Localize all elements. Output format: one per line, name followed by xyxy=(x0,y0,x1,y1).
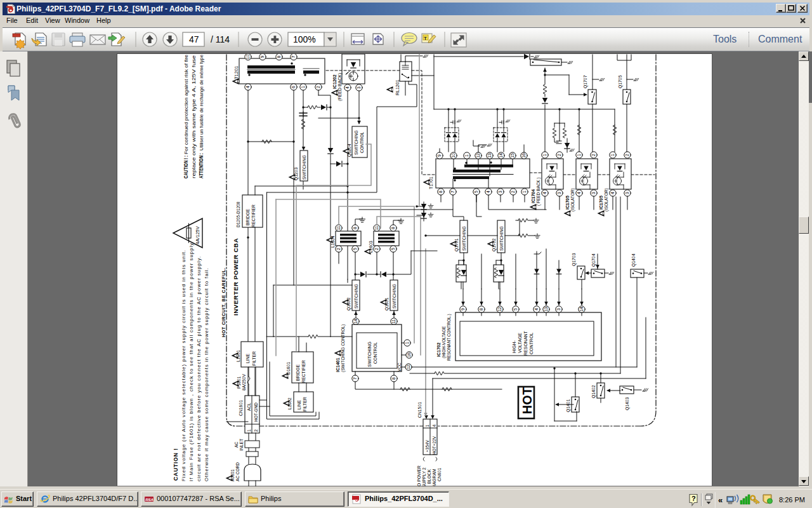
svg-text:Q1707: Q1707 xyxy=(583,75,588,88)
svg-text:BRIDGE: BRIDGE xyxy=(296,364,300,381)
svg-text:13: 13 xyxy=(544,307,548,312)
svg-text:16: 16 xyxy=(407,352,411,358)
svg-text:SWITCHING: SWITCHING xyxy=(354,284,358,309)
svg-text:(ISOLATOR): (ISOLATOR) xyxy=(604,188,609,211)
svg-text:11: 11 xyxy=(336,225,341,230)
svg-text:BLOCK: BLOCK xyxy=(427,469,431,484)
svg-text:3: 3 xyxy=(557,192,561,194)
svg-text:9: 9 xyxy=(437,154,442,157)
svg-text:3: 3 xyxy=(625,192,629,194)
svg-text:D1205-D1208: D1205-D1208 xyxy=(236,201,240,227)
svg-text:4: 4 xyxy=(345,86,350,89)
svg-text:1: 1 xyxy=(425,425,429,427)
svg-text:LINE: LINE xyxy=(297,399,301,410)
svg-text:HIGH-: HIGH- xyxy=(512,340,516,354)
svg-text:CN601: CN601 xyxy=(437,468,442,481)
svg-text:RESONANT CONTROL.): RESONANT CONTROL.) xyxy=(447,314,452,361)
svg-text:DIAGRAM: DIAGRAM xyxy=(432,469,436,486)
svg-text:INVERTER POWER CBA: INVERTER POWER CBA xyxy=(232,238,239,316)
svg-text:14: 14 xyxy=(353,319,358,324)
svg-text:CONTROL: CONTROL xyxy=(360,132,364,153)
svg-text:( FEED BACK ): ( FEED BACK ) xyxy=(536,177,541,206)
svg-text:16: 16 xyxy=(521,153,526,158)
svg-text:SWITCHING: SWITCHING xyxy=(392,284,396,309)
svg-text:7: 7 xyxy=(450,190,455,193)
svg-text:SWITCHING: SWITCHING xyxy=(354,130,358,155)
svg-text:(SWITCHING CONTROL): (SWITCHING CONTROL) xyxy=(341,324,346,372)
svg-text:1: 1 xyxy=(464,154,469,157)
svg-text:Q1705: Q1705 xyxy=(618,75,623,88)
svg-text:+354V: +354V xyxy=(425,439,429,452)
svg-text:2: 2 xyxy=(336,248,341,250)
svg-text:5: 5 xyxy=(353,248,357,250)
svg-text:Q1404: Q1404 xyxy=(631,253,636,267)
svg-text:14: 14 xyxy=(579,307,584,312)
svg-text:(FEED BACK): (FEED BACK) xyxy=(337,73,343,101)
svg-text:6: 6 xyxy=(291,86,296,88)
svg-text:/ 114: / 114 xyxy=(211,34,230,44)
svg-text:IC1705: IC1705 xyxy=(565,196,570,210)
svg-text:9: 9 xyxy=(461,308,465,311)
svg-text:HOT CIRCUIT, BE CAREFUL.: HOT CIRCUIT, BE CAREFUL. xyxy=(221,267,226,337)
svg-text:1: 1 xyxy=(301,86,305,88)
svg-text:Q1703: Q1703 xyxy=(572,253,577,266)
svg-text:3: 3 xyxy=(591,192,596,194)
svg-text:3: 3 xyxy=(556,308,561,311)
svg-text:4: 4 xyxy=(534,308,539,311)
svg-text:CAUTION !: CAUTION ! xyxy=(173,448,179,481)
svg-text:1: 1 xyxy=(542,154,547,156)
svg-text:SUPPLY 2: SUPPLY 2 xyxy=(422,467,426,486)
svg-text:HOT: HOT xyxy=(520,387,534,414)
svg-text:CONTROL: CONTROL xyxy=(529,333,534,354)
svg-text:circuit are not defective befo: circuit are not defective before you con… xyxy=(196,256,202,481)
svg-text:Q1704: Q1704 xyxy=(591,253,596,267)
svg-text:100%: 100% xyxy=(293,34,316,44)
svg-text:5: 5 xyxy=(391,248,395,250)
svg-text:RECTIFIER: RECTIFIER xyxy=(301,360,306,383)
svg-text:HOT+22V: HOT+22V xyxy=(432,436,436,455)
svg-text:SWITCHING: SWITCHING xyxy=(367,342,372,367)
svg-text:2: 2 xyxy=(254,429,258,432)
svg-text:CN1501: CN1501 xyxy=(417,402,422,418)
svg-text:IC1202: IC1202 xyxy=(332,74,337,89)
svg-text:8: 8 xyxy=(479,308,483,311)
svg-text:12: 12 xyxy=(476,153,480,158)
svg-text:1: 1 xyxy=(522,190,527,193)
svg-text:IC1401: IC1401 xyxy=(336,358,340,372)
svg-text:HOT-GND: HOT-GND xyxy=(254,403,258,422)
svg-text:SWITCHING: SWITCHING xyxy=(302,155,306,180)
svg-text:T1201: T1201 xyxy=(233,66,239,79)
svg-text:VOLTAGE: VOLTAGE xyxy=(518,333,522,353)
svg-text:(ISOLATOR): (ISOLATOR) xyxy=(570,188,575,211)
svg-text:3: 3 xyxy=(357,86,361,89)
svg-text:T: T xyxy=(424,36,427,41)
svg-text:12: 12 xyxy=(497,307,502,312)
svg-text:11: 11 xyxy=(374,225,379,230)
svg-text:FILTER: FILTER xyxy=(303,397,307,411)
svg-text:7: 7 xyxy=(353,377,357,380)
svg-text:8: 8 xyxy=(277,55,281,58)
svg-text:?: ? xyxy=(691,495,696,502)
svg-text:4: 4 xyxy=(577,192,581,194)
svg-text:«: « xyxy=(718,495,723,505)
svg-text:2: 2 xyxy=(316,86,320,88)
svg-text:47: 47 xyxy=(189,34,199,44)
svg-text:IC1704: IC1704 xyxy=(531,189,535,203)
svg-text:For continued protection again: For continued protection against risk of… xyxy=(183,55,189,154)
svg-text:2: 2 xyxy=(625,154,629,156)
svg-text:RESONANT: RESONANT xyxy=(523,330,528,356)
svg-text:8: 8 xyxy=(391,227,395,229)
svg-text:D1601: D1601 xyxy=(286,362,291,375)
svg-text:RL1201: RL1201 xyxy=(395,79,400,95)
svg-text:4: 4 xyxy=(610,192,615,194)
svg-text:8:26 PM: 8:26 PM xyxy=(779,496,805,504)
svg-text:2: 2 xyxy=(591,154,596,156)
svg-text:2: 2 xyxy=(557,154,561,156)
svg-text:LINE: LINE xyxy=(246,353,250,363)
svg-text:FILTER: FILTER xyxy=(252,351,256,366)
svg-text:CAUTION ! :: CAUTION ! : xyxy=(183,156,189,178)
svg-text:1: 1 xyxy=(247,429,251,432)
svg-text:1: 1 xyxy=(405,342,409,344)
svg-text:1: 1 xyxy=(610,154,615,156)
svg-text:ATTENTION :: ATTENTION : xyxy=(199,153,204,178)
